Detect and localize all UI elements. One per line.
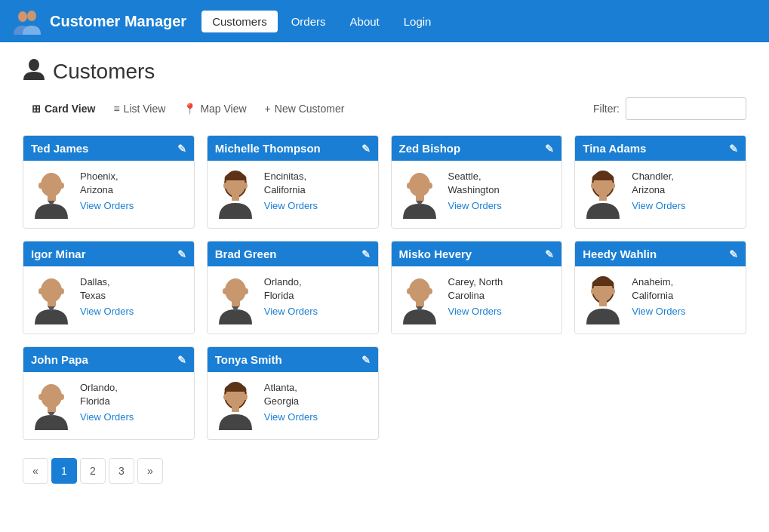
svg-rect-32 <box>416 300 424 306</box>
svg-point-2 <box>29 59 39 71</box>
card-info: Phoenix,Arizona View Orders <box>80 170 134 211</box>
svg-point-14 <box>428 183 432 189</box>
svg-point-23 <box>60 288 64 294</box>
svg-point-26 <box>223 288 227 294</box>
avatar <box>399 275 441 324</box>
view-orders-link[interactable]: View Orders <box>264 306 318 317</box>
customers-icon <box>23 57 45 85</box>
nav-login[interactable]: Login <box>393 11 442 32</box>
customer-city: Encinitas,California <box>264 170 318 197</box>
toolbar: ⊞ Card View ≡ List View 📍 Map View + New… <box>23 97 746 120</box>
customer-card: Igor Minar ✎ Dallas,Texas View Orders <box>23 241 195 334</box>
customer-name: Zed Bishop <box>399 142 461 155</box>
customer-city: Atlanta,Georgia <box>264 381 318 408</box>
customer-name: Ted James <box>31 142 88 155</box>
card-body: Carey, NorthCarolina View Orders <box>392 266 562 334</box>
view-orders-link[interactable]: View Orders <box>264 200 318 211</box>
card-header: Heedy Wahlin ✎ <box>575 241 746 266</box>
customer-name: Misko Hevery <box>399 248 472 260</box>
nav-about[interactable]: About <box>340 11 390 32</box>
card-info: Orlando,Florida View Orders <box>80 381 134 423</box>
customer-city: Orlando,Florida <box>264 275 318 303</box>
card-header: John Papa ✎ <box>23 347 194 372</box>
svg-point-19 <box>611 183 615 189</box>
map-view-button[interactable]: 📍 Map View <box>174 98 255 119</box>
view-orders-link[interactable]: View Orders <box>80 306 134 317</box>
customer-city: Seattle,Washington <box>448 170 502 197</box>
brand-icon <box>12 6 42 36</box>
new-customer-button[interactable]: + New Customer <box>256 98 354 119</box>
card-body: Dallas,Texas View Orders <box>23 266 194 334</box>
page-content: Customers ⊞ Card View ≡ List View 📍 Map … <box>0 42 769 499</box>
card-body: Phoenix,Arizona View Orders <box>23 161 194 228</box>
card-view-button[interactable]: ⊞ Card View <box>23 98 104 119</box>
filter-label: Filter: <box>593 103 620 115</box>
customer-card: Michelle Thompson ✎ Encinitas,California… <box>207 135 379 229</box>
map-view-icon: 📍 <box>183 103 196 115</box>
view-orders-link[interactable]: View Orders <box>632 200 685 211</box>
customer-card: Misko Hevery ✎ Carey, NorthCarolina View… <box>391 241 563 334</box>
edit-icon[interactable]: ✎ <box>177 354 186 366</box>
edit-icon[interactable]: ✎ <box>545 248 554 260</box>
card-body: Chandler,Arizona View Orders <box>575 161 746 228</box>
card-info: Orlando,Florida View Orders <box>264 275 318 317</box>
customer-city: Anaheim,California <box>632 275 685 303</box>
avatar <box>31 381 72 430</box>
view-orders-link[interactable]: View Orders <box>632 306 685 317</box>
pagination-page-1[interactable]: 1 <box>51 458 77 484</box>
svg-rect-24 <box>48 300 56 306</box>
card-body: Atlanta,Georgia View Orders <box>208 372 378 439</box>
edit-icon[interactable]: ✎ <box>545 143 554 155</box>
navbar: Customer Manager Customers Orders About … <box>0 0 769 42</box>
card-body: Encinitas,California View Orders <box>208 161 378 228</box>
brand-link[interactable]: Customer Manager <box>12 6 186 36</box>
pagination-page-3[interactable]: 3 <box>109 458 134 484</box>
card-grid: Ted James ✎ Phoenix,Arizona View Orders … <box>23 135 746 440</box>
list-view-button[interactable]: ≡ List View <box>104 98 174 119</box>
pagination-page-2[interactable]: 2 <box>80 458 106 484</box>
filter-input[interactable] <box>626 97 746 120</box>
view-orders-link[interactable]: View Orders <box>264 411 318 423</box>
customer-city: Carey, NorthCarolina <box>448 275 503 303</box>
view-orders-link[interactable]: View Orders <box>448 306 503 317</box>
card-header: Brad Green ✎ <box>208 241 378 266</box>
svg-point-1 <box>27 11 36 21</box>
edit-icon[interactable]: ✎ <box>729 143 738 155</box>
view-orders-link[interactable]: View Orders <box>448 200 502 211</box>
customer-card: Ted James ✎ Phoenix,Arizona View Orders <box>23 135 195 229</box>
card-body: Orlando,Florida View Orders <box>208 266 378 334</box>
customer-name: Michelle Thompson <box>215 142 321 155</box>
customer-city: Dallas,Texas <box>80 275 134 303</box>
card-header: Tina Adams ✎ <box>575 136 746 161</box>
edit-icon[interactable]: ✎ <box>361 143 371 155</box>
svg-point-36 <box>611 288 615 294</box>
svg-point-0 <box>18 11 27 22</box>
view-orders-link[interactable]: View Orders <box>80 200 134 211</box>
customer-name: Brad Green <box>215 248 277 260</box>
svg-point-39 <box>38 394 43 400</box>
card-header: Tonya Smith ✎ <box>208 347 378 372</box>
pagination-next[interactable]: » <box>137 458 163 484</box>
nav-links: Customers Orders About Login <box>201 11 441 32</box>
nav-orders[interactable]: Orders <box>281 11 337 32</box>
pagination-prev[interactable]: « <box>23 458 48 484</box>
card-header: Igor Minar ✎ <box>23 241 194 266</box>
page-title: Customers <box>53 60 155 84</box>
nav-customers[interactable]: Customers <box>201 11 278 32</box>
card-info: Encinitas,California View Orders <box>264 170 318 211</box>
edit-icon[interactable]: ✎ <box>729 248 738 260</box>
edit-icon[interactable]: ✎ <box>361 354 371 366</box>
customer-card: John Papa ✎ Orlando,Florida View Orders <box>23 346 195 440</box>
edit-icon[interactable]: ✎ <box>177 248 186 260</box>
view-orders-link[interactable]: View Orders <box>80 411 134 423</box>
edit-icon[interactable]: ✎ <box>177 143 186 155</box>
customer-card: Brad Green ✎ Orlando,Florida View Orders <box>207 241 379 334</box>
card-info: Seattle,Washington View Orders <box>448 170 502 211</box>
card-info: Atlanta,Georgia View Orders <box>264 381 318 423</box>
edit-icon[interactable]: ✎ <box>361 248 371 260</box>
customer-city: Phoenix,Arizona <box>80 170 134 197</box>
card-body: Seattle,Washington View Orders <box>392 161 562 228</box>
customer-card: Zed Bishop ✎ Seattle,Washington View Ord… <box>391 135 563 229</box>
svg-rect-6 <box>48 195 56 201</box>
card-header: Zed Bishop ✎ <box>392 136 562 161</box>
